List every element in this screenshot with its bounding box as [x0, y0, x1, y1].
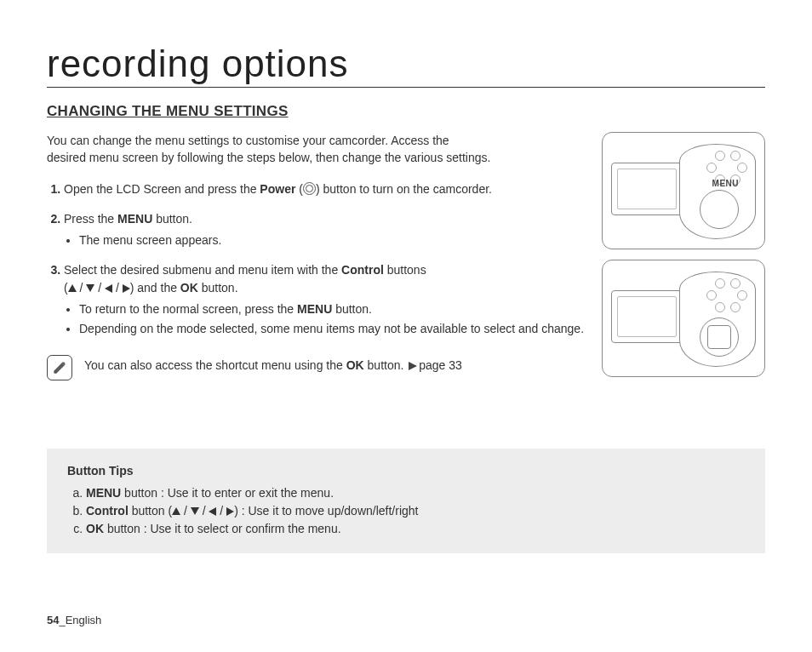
right-icon — [226, 507, 234, 516]
step-3: Select the desired submenu and menu item… — [64, 261, 586, 338]
note-text: You can also access the shortcut menu us… — [84, 355, 462, 372]
diagram-menu-button: MENU — [602, 132, 765, 249]
section-heading: CHANGING THE MENU SETTINGS — [47, 103, 765, 120]
step-3-sub2: Depending on the mode selected, some men… — [79, 320, 586, 338]
tip-a: MENU button : Use it to enter or exit th… — [86, 484, 745, 502]
tips-title: Button Tips — [67, 464, 745, 478]
lcd-screen-icon — [611, 290, 683, 343]
steps-list: Open the LCD Screen and press the Power … — [47, 180, 586, 338]
menu-button-circle-icon — [700, 190, 739, 229]
menu-label-text: MENU — [712, 179, 739, 188]
pencil-icon — [52, 360, 67, 375]
camcorder-illustration: MENU — [611, 144, 756, 237]
right-column: MENU — [602, 132, 765, 380]
intro-line2: desired menu screen by following the ste… — [47, 151, 490, 164]
left-column: You can change the menu settings to cust… — [47, 132, 586, 380]
step-2: Press the MENU button. The menu screen a… — [64, 210, 586, 249]
step-1: Open the LCD Screen and press the Power … — [64, 180, 586, 198]
tip-b: Control button ( / / / ) : Use it to mov… — [86, 502, 745, 520]
note-row: You can also access the shortcut menu us… — [47, 355, 586, 380]
page-number: 54 — [47, 614, 59, 626]
camcorder-illustration — [611, 272, 756, 365]
button-tips-box: Button Tips MENU button : Use it to ente… — [47, 449, 765, 553]
tips-list: MENU button : Use it to enter or exit th… — [67, 484, 745, 538]
document-page: recording options CHANGING THE MENU SETT… — [0, 0, 812, 652]
step-2-sub1: The menu screen appears. — [79, 232, 586, 249]
button-cluster-icon — [698, 278, 749, 321]
step-3-sub1: To return to the normal screen, press th… — [79, 300, 586, 318]
step-2-sub: The menu screen appears. — [64, 232, 586, 249]
page-footer: 54_English — [47, 614, 101, 626]
down-icon — [86, 284, 94, 292]
control-pad-icon — [700, 317, 739, 357]
step-3-sub: To return to the normal screen, press th… — [64, 300, 586, 338]
menu-label: MENU — [117, 212, 152, 226]
content-row: You can change the menu settings to cust… — [47, 132, 765, 380]
power-label: Power — [260, 182, 295, 196]
power-icon — [303, 182, 316, 195]
right-icon — [123, 284, 130, 293]
control-label: Control — [341, 263, 384, 277]
page-title: recording options — [47, 43, 765, 88]
tip-c: OK button : Use it to select or confirm … — [86, 520, 745, 538]
intro-text: You can change the menu settings to cust… — [47, 132, 586, 167]
left-icon — [105, 284, 112, 293]
intro-line1: You can change the menu settings to cust… — [47, 134, 449, 147]
note-icon — [47, 355, 72, 380]
arrow-right-icon — [409, 362, 417, 370]
up-icon — [172, 507, 180, 515]
diagram-control-button — [602, 260, 765, 377]
up-icon — [68, 284, 77, 292]
down-icon — [191, 507, 199, 515]
page-lang: _English — [59, 614, 101, 626]
ok-label: OK — [180, 281, 198, 295]
lcd-screen-icon — [611, 163, 683, 215]
